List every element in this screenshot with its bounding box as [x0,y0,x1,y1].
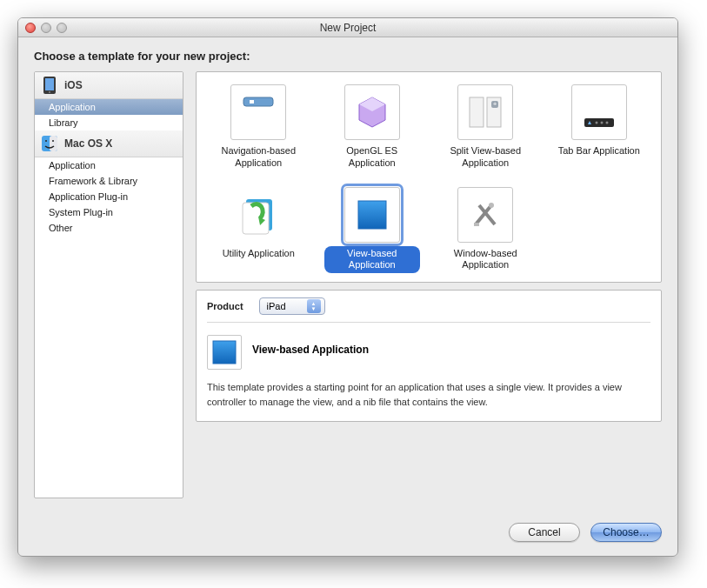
template-window-based[interactable]: Window-based Application [429,187,543,274]
sidebar-group-macosx[interactable]: Mac OS X [35,130,183,157]
template-tab-bar[interactable]: Tab Bar Application [543,84,657,171]
sidebar-item-mac-app-plugin[interactable]: Application Plug-in [35,189,183,204]
svg-point-5 [45,140,47,142]
detail-panel: Product iPad ▲▼ View-based Application [196,290,662,422]
svg-point-6 [52,140,54,142]
select-arrows-icon: ▲▼ [307,299,321,313]
content: Choose a template for your new project: … [18,37,677,511]
detail-description: This template provides a starting point … [207,380,650,409]
view-icon [344,187,400,243]
window-title: New Project [18,22,677,34]
svg-rect-4 [50,136,57,151]
svg-rect-8 [250,100,254,104]
page-heading: Choose a template for your new project: [34,50,662,63]
svg-rect-1 [45,78,54,90]
window-icon [457,187,513,243]
template-grid: Navigation-based Application OpenGL ES A… [196,71,662,283]
svg-rect-27 [474,223,479,226]
product-label: Product [207,301,243,311]
svg-rect-7 [243,97,273,106]
svg-point-19 [605,122,608,124]
tabbar-icon [571,84,627,140]
choose-button[interactable]: Choose… [590,523,662,542]
nav-app-icon [230,84,286,140]
svg-text:+: + [493,100,497,108]
product-value: iPad [267,301,286,311]
opengl-icon [344,84,400,140]
sidebar: iOS Application Library Mac OS X Applica… [34,71,183,498]
template-label: Window-based Application [437,246,533,274]
sidebar-item-ios-application[interactable]: Application [35,99,183,115]
svg-rect-21 [243,203,269,234]
svg-point-17 [595,122,597,124]
finder-icon [40,134,59,153]
template-opengl-es[interactable]: OpenGL ES Application [316,84,430,171]
sidebar-item-mac-framework[interactable]: Framework & Library [35,173,183,189]
svg-point-2 [49,91,50,93]
detail-title: View-based Application [252,344,369,356]
sidebar-item-mac-application[interactable]: Application [35,157,183,173]
new-project-window: New Project Choose a template for your n… [17,17,678,557]
cancel-button[interactable]: Cancel [509,523,580,542]
detail-body: View-based Application [207,331,650,370]
sidebar-group-label: iOS [64,79,83,91]
svg-rect-28 [213,341,236,364]
template-split-view[interactable]: + Split View-based Application [429,84,543,171]
template-label: Navigation-based Application [210,144,306,171]
sidebar-item-mac-other[interactable]: Other [35,220,183,236]
product-row: Product iPad ▲▼ [207,297,650,323]
main-row: iOS Application Library Mac OS X Applica… [34,71,662,498]
utility-icon [230,187,286,243]
svg-point-18 [600,122,603,124]
sidebar-group-label: Mac OS X [64,137,112,150]
svg-rect-23 [358,201,386,229]
template-label: OpenGL ES Application [324,144,420,171]
template-label: Split View-based Application [437,144,533,171]
product-select[interactable]: iPad ▲▼ [259,297,325,315]
svg-point-26 [489,203,494,208]
detail-icon [207,335,242,370]
template-navigation-based[interactable]: Navigation-based Application [202,84,316,171]
sidebar-group-ios[interactable]: iOS [35,72,183,99]
template-label: View-based Application [324,246,420,274]
svg-rect-11 [470,97,484,127]
template-label: Utility Application [219,246,298,262]
template-view-based[interactable]: View-based Application [316,187,430,274]
right-column: Navigation-based Application OpenGL ES A… [196,71,662,498]
sidebar-item-mac-sys-plugin[interactable]: System Plug-in [35,204,183,220]
detail-text: View-based Application [252,335,369,356]
sidebar-item-ios-library[interactable]: Library [35,115,183,130]
template-label: Tab Bar Application [555,144,644,159]
titlebar: New Project [18,18,677,37]
splitview-icon: + [457,84,513,140]
iphone-icon [40,76,59,95]
template-utility[interactable]: Utility Application [202,187,316,274]
footer: Cancel Choose… [18,511,677,556]
